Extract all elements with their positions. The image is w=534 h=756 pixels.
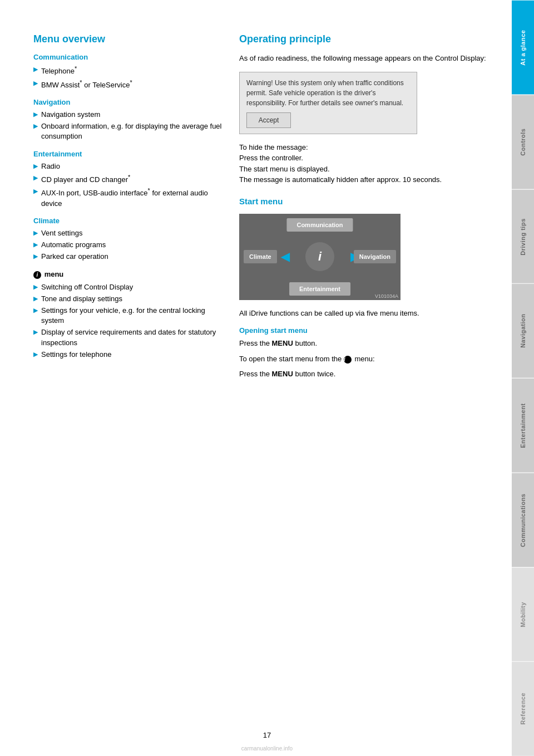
bullet-icon: ▶ [33, 283, 38, 291]
list-item-text: BMW Assist* or TeleService* [41, 78, 132, 91]
climate-heading: Climate [33, 217, 222, 225]
list-item: ▶ Parked car operation [33, 252, 222, 262]
list-item: ▶ Radio [33, 161, 222, 171]
sidebar-tab-reference[interactable]: Reference [512, 661, 534, 756]
bullet-icon: ▶ [33, 122, 38, 130]
list-item-text: Parked car operation [41, 252, 108, 262]
sidebar-tab-controls[interactable]: Controls [512, 95, 534, 189]
sidebar-tab-mobility[interactable]: Mobility [512, 567, 534, 662]
list-item-text: Automatic programs [41, 240, 106, 250]
list-item: ▶ Onboard information, e.g. for displayi… [33, 121, 222, 141]
operating-principle-title: Operating principle [239, 33, 490, 45]
bullet-icon: ▶ [33, 328, 38, 336]
list-item: ▶ Settings for telephone [33, 350, 222, 360]
start-menu-diagram: Communication Climate i ◀ ▶ Navigation E… [239, 214, 400, 300]
list-item-text: Tone and display settings [41, 294, 122, 304]
left-column: Menu overview Communication ▶ Telephone*… [33, 33, 222, 734]
bullet-icon: ▶ [33, 252, 38, 261]
list-item-text: Vent settings [41, 228, 82, 238]
list-item: ▶ Telephone* [33, 65, 222, 77]
bullet-icon: ▶ [33, 229, 38, 237]
sidebar: At a glance Controls Driving tips Naviga… [512, 0, 534, 756]
navigation-heading: Navigation [33, 98, 222, 106]
sidebar-tab-navigation[interactable]: Navigation [512, 283, 534, 378]
start-menu-heading: Start menu [239, 197, 490, 206]
list-item-text: CD player and CD changer* [41, 173, 130, 185]
i-menu-label: menu [44, 270, 64, 278]
entertainment-heading: Entertainment [33, 150, 222, 158]
menu-bold-2: MENU [272, 370, 293, 378]
navigation-list: ▶ Navigation system ▶ Onboard informatio… [33, 110, 222, 142]
bullet-icon: ▶ [33, 65, 38, 73]
asterisk: * [147, 187, 150, 194]
asterisk: * [75, 65, 77, 72]
diagram-communication: Communication [286, 218, 353, 232]
climate-list: ▶ Vent settings ▶ Automatic programs ▶ P… [33, 228, 222, 262]
right-column: Operating principle As of radio readines… [239, 33, 490, 734]
sidebar-tab-label: Driving tips [520, 218, 526, 256]
bullet-icon: ▶ [33, 306, 38, 315]
list-item: ▶ Navigation system [33, 110, 222, 120]
accept-button[interactable]: Accept [246, 112, 291, 128]
opening-line1: Press the MENU button. [239, 338, 490, 349]
communication-list: ▶ Telephone* ▶ BMW Assist* or TeleServic… [33, 65, 222, 90]
warning-box: Warning! Use this system only when traff… [239, 72, 417, 134]
watermark: carmanualonline.info [241, 745, 293, 752]
diagram-navigation: Navigation [354, 250, 396, 263]
list-item: ▶ Switching off Control Display [33, 282, 222, 292]
list-item-text: Settings for your vehicle, e.g. for the … [41, 306, 222, 326]
bullet-icon: ▶ [33, 174, 38, 182]
bullet-icon: ▶ [33, 294, 38, 303]
diagram-arrow-left-icon: ◀ [281, 250, 289, 263]
bullet-icon: ▶ [33, 240, 38, 249]
list-item: ▶ Tone and display settings [33, 294, 222, 304]
sidebar-tab-at-a-glance[interactable]: At a glance [512, 0, 534, 95]
main-content: Menu overview Communication ▶ Telephone*… [0, 0, 512, 756]
list-item: ▶ Display of service requirements and da… [33, 327, 222, 347]
diagram-entertainment: Entertainment [289, 282, 350, 296]
asterisk: * [128, 174, 130, 180]
list-item-text: Switching off Control Display [41, 282, 133, 292]
asterisk: * [130, 79, 132, 86]
sidebar-tab-driving-tips[interactable]: Driving tips [512, 189, 534, 284]
i-menu-heading: i menu [33, 270, 222, 279]
opening-start-menu-heading: Opening start menu [239, 326, 490, 335]
list-item: ▶ Vent settings [33, 228, 222, 238]
list-item-text: AUX-In port, USB-audio interface* for ex… [41, 186, 222, 209]
opening-line2: To open the start menu from the i menu: [239, 354, 490, 365]
menu-bold-1: MENU [272, 339, 293, 347]
bullet-icon: ▶ [33, 187, 38, 195]
i-icon-inline: i [344, 356, 352, 364]
sidebar-tab-communications[interactable]: Communications [512, 473, 534, 567]
diagram-climate: Climate [244, 250, 277, 263]
sidebar-tab-label: Communications [520, 493, 526, 547]
sidebar-tab-label: Controls [520, 129, 526, 156]
bullet-icon: ▶ [33, 110, 38, 119]
opening-line3: Press the MENU button twice. [239, 369, 490, 380]
list-item: ▶ Settings for your vehicle, e.g. for th… [33, 306, 222, 326]
sidebar-tab-entertainment[interactable]: Entertainment [512, 378, 534, 473]
entertainment-list: ▶ Radio ▶ CD player and CD changer* ▶ AU… [33, 161, 222, 209]
sidebar-tab-label: Reference [520, 693, 526, 725]
list-item: ▶ Automatic programs [33, 240, 222, 250]
list-item-text: Display of service requirements and date… [41, 327, 222, 347]
diagram-i-icon: i [318, 249, 322, 264]
menu-overview-title: Menu overview [33, 33, 222, 45]
i-menu-list: ▶ Switching off Control Display ▶ Tone a… [33, 282, 222, 360]
warning-text: Warning! Use this system only when traff… [246, 79, 404, 107]
intro-text: As of radio readiness, the following mes… [239, 53, 490, 64]
page-number: 17 [263, 731, 271, 739]
list-item: ▶ CD player and CD changer* [33, 173, 222, 185]
page-container: Menu overview Communication ▶ Telephone*… [0, 0, 534, 756]
diagram-center: i [305, 242, 334, 271]
bullet-icon: ▶ [33, 162, 38, 170]
asterisk: * [80, 79, 82, 86]
hide-message-text: To hide the message: Press the controlle… [239, 142, 490, 185]
sidebar-tab-label: Navigation [520, 314, 526, 348]
sidebar-tab-label: Entertainment [520, 403, 526, 448]
list-item-text: Radio [41, 161, 60, 171]
sidebar-tab-label: At a glance [520, 30, 526, 65]
image-id: V101034A [375, 293, 398, 299]
list-item-text: Navigation system [41, 110, 100, 120]
list-item: ▶ AUX-In port, USB-audio interface* for … [33, 186, 222, 209]
